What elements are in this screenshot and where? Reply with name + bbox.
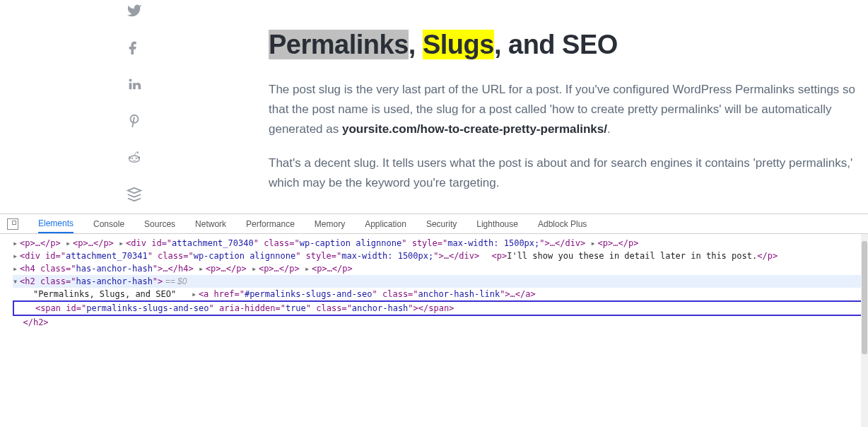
scrollbar-thumb[interactable] — [862, 241, 867, 354]
tab-security[interactable]: Security — [426, 219, 457, 229]
tab-memory[interactable]: Memory — [315, 219, 345, 229]
svg-point-6 — [136, 151, 139, 153]
tab-adblock[interactable]: Adblock Plus — [538, 219, 587, 229]
article-heading: Permalinks, Slugs, and SEO — [269, 23, 868, 67]
devtools-tabbar: Elements Console Sources Network Perform… — [0, 214, 868, 234]
tab-lighthouse[interactable]: Lighthouse — [476, 219, 518, 229]
heading-highlight-permalinks: Permalinks — [269, 30, 409, 59]
buffer-icon[interactable] — [127, 187, 142, 206]
svg-point-5 — [136, 158, 137, 159]
tab-application[interactable]: Application — [365, 219, 406, 229]
page-content: Permalinks, Slugs, and SEO The post slug… — [0, 0, 868, 214]
heading-highlight-slugs: Slugs — [423, 30, 494, 59]
devtools-panel: Elements Console Sources Network Perform… — [0, 214, 868, 427]
tab-console[interactable]: Console — [93, 219, 124, 229]
tab-performance[interactable]: Performance — [246, 219, 295, 229]
example-url: yoursite.com/how-to-create-pretty-permal… — [342, 122, 607, 136]
device-toolbar-icon[interactable] — [7, 218, 18, 230]
tab-sources[interactable]: Sources — [144, 219, 175, 229]
scrollbar[interactable] — [861, 234, 868, 427]
linkedin-icon[interactable] — [127, 76, 142, 96]
article-paragraph: That's a decent slug. It tells users wha… — [269, 153, 868, 193]
facebook-icon[interactable] — [127, 40, 142, 59]
social-share-column — [0, 0, 269, 214]
twitter-icon[interactable] — [127, 3, 142, 23]
pinterest-icon[interactable] — [127, 113, 142, 133]
selected-dom-node[interactable]: ▾<h2 class="has-anchor-hash"> == $0 — [13, 275, 868, 288]
highlighted-dom-node[interactable]: <span id="permalinks-slugs-and-seo" aria… — [13, 300, 868, 316]
tab-network[interactable]: Network — [195, 219, 226, 229]
svg-point-4 — [131, 158, 133, 159]
dom-tree[interactable]: ▸<p>…</p> ▸<p>…</p> ▸<div id="attachment… — [0, 234, 868, 329]
svg-point-3 — [129, 156, 140, 162]
tab-elements[interactable]: Elements — [38, 218, 74, 233]
article-body: Permalinks, Slugs, and SEO The post slug… — [269, 0, 868, 214]
article-paragraph: The post slug is the very last part of t… — [269, 80, 868, 139]
reddit-icon[interactable] — [127, 150, 142, 170]
